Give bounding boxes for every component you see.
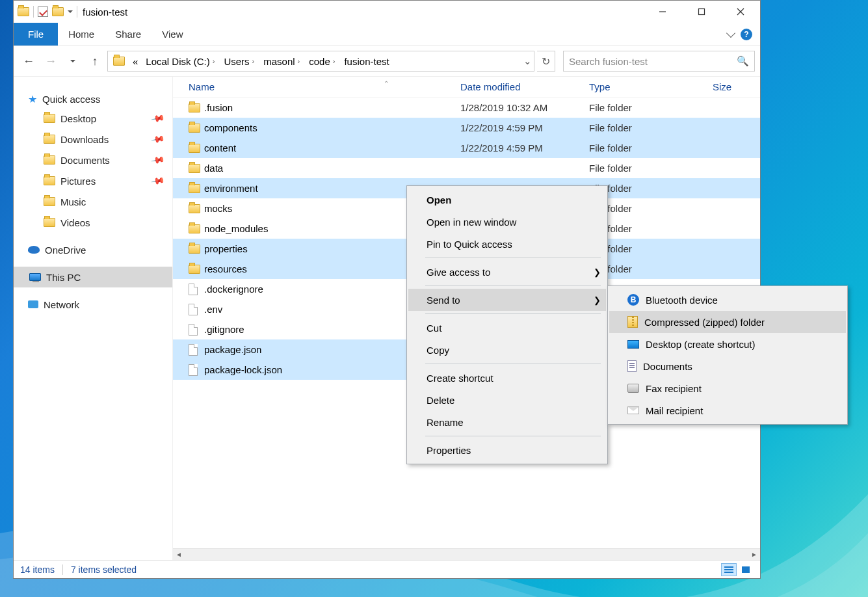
ctx-create-shortcut[interactable]: Create shortcut [408, 367, 606, 389]
breadcrumb-seg[interactable]: code› [306, 51, 339, 71]
minimize-button[interactable] [643, 1, 682, 23]
recent-dropdown-icon[interactable] [63, 51, 83, 71]
col-name[interactable]: Name⌃ [189, 81, 460, 92]
col-date[interactable]: Date modified [460, 81, 589, 92]
cloud-icon [28, 246, 40, 254]
file-icon [189, 284, 198, 295]
nav-item-pictures[interactable]: Pictures📌 [14, 170, 172, 191]
sendto-documents[interactable]: Documents [609, 355, 846, 377]
pc-icon [29, 273, 41, 281]
col-size[interactable]: Size [713, 81, 760, 92]
maximize-button[interactable] [682, 1, 721, 23]
folder-icon [189, 204, 200, 213]
breadcrumb-prefix[interactable]: « [130, 51, 140, 71]
breadcrumb-seg[interactable]: Users› [221, 51, 258, 71]
view-details-button[interactable] [721, 563, 737, 576]
file-name: data [204, 163, 460, 174]
file-name: components [204, 122, 460, 133]
file-row[interactable]: dataFile folder [173, 158, 760, 178]
file-row[interactable]: components1/22/2019 4:59 PMFile folder [173, 118, 760, 138]
navigation-bar: ← → ↑ « Local Disk (C:)› Users› masonl› … [14, 46, 760, 76]
horizontal-scrollbar[interactable]: ◄ ► [173, 548, 760, 560]
close-button[interactable] [721, 1, 760, 23]
file-row[interactable]: .fusion1/28/2019 10:32 AMFile folder [173, 98, 760, 118]
pin-icon: 📌 [150, 153, 165, 168]
qat-newfolder-icon[interactable] [52, 7, 64, 16]
ctx-send-to[interactable]: Send to❯ [408, 289, 606, 311]
file-type: File folder [589, 122, 713, 133]
ctx-give-access-to[interactable]: Give access to❯ [408, 261, 606, 283]
svg-rect-1 [699, 9, 705, 15]
sendto-desktop-shortcut[interactable]: Desktop (create shortcut) [609, 333, 846, 355]
svg-rect-6 [724, 572, 733, 573]
nav-quick-access[interactable]: ★Quick access [14, 90, 172, 108]
up-button[interactable]: ↑ [85, 51, 105, 71]
help-icon[interactable]: ? [741, 29, 752, 40]
nav-network[interactable]: Network [14, 295, 172, 313]
ctx-copy[interactable]: Copy [408, 339, 606, 361]
ctx-rename[interactable]: Rename [408, 411, 606, 433]
separator [425, 258, 601, 258]
file-name: content [204, 142, 460, 153]
sendto-fax[interactable]: Fax recipient [609, 377, 846, 399]
network-icon [28, 300, 38, 308]
folder-icon [189, 124, 200, 133]
address-bar[interactable]: « Local Disk (C:)› Users› masonl› code› … [107, 51, 534, 72]
separator [425, 285, 601, 286]
qat-properties-icon[interactable] [38, 7, 48, 17]
breadcrumb-seg[interactable]: masonl› [261, 51, 304, 71]
breadcrumb-seg[interactable]: Local Disk (C:)› [143, 51, 218, 71]
context-menu: Open Open in new window Pin to Quick acc… [406, 185, 608, 464]
send-to-submenu: BBluetooth device Compressed (zipped) fo… [607, 285, 848, 425]
nav-item-videos[interactable]: Videos [14, 212, 172, 233]
window-title: fusion-test [77, 7, 127, 18]
ctx-delete[interactable]: Delete [408, 389, 606, 411]
ctx-open[interactable]: Open [408, 189, 606, 211]
tab-file[interactable]: File [14, 23, 58, 46]
scroll-right-icon[interactable]: ► [748, 549, 760, 560]
file-type: File folder [589, 142, 713, 153]
search-icon: 🔍 [737, 55, 749, 67]
qat-dropdown-icon[interactable] [68, 10, 73, 13]
search-input[interactable]: Search fusion-test 🔍 [563, 51, 755, 72]
col-type[interactable]: Type [589, 81, 713, 92]
breadcrumb-seg[interactable]: fusion-test [341, 51, 391, 71]
folder-icon [44, 135, 55, 144]
folder-icon [44, 197, 55, 206]
view-large-icons-button[interactable] [738, 563, 754, 576]
sendto-mail[interactable]: Mail recipient [609, 399, 846, 421]
file-icon [189, 324, 198, 336]
star-icon: ★ [28, 93, 37, 105]
mail-icon [627, 406, 639, 414]
nav-item-downloads[interactable]: Downloads📌 [14, 129, 172, 150]
folder-icon [189, 224, 200, 233]
nav-item-documents[interactable]: Documents📌 [14, 150, 172, 170]
tab-home[interactable]: Home [58, 23, 105, 46]
scroll-left-icon[interactable]: ◄ [173, 549, 185, 560]
file-date: 1/28/2019 10:32 AM [460, 102, 589, 113]
ctx-open-new-window[interactable]: Open in new window [408, 211, 606, 233]
folder-icon [189, 103, 200, 113]
refresh-button[interactable]: ↻ [537, 51, 555, 72]
tab-share[interactable]: Share [105, 23, 151, 46]
file-date: 1/22/2019 4:59 PM [460, 142, 589, 153]
separator [425, 364, 601, 364]
address-dropdown-icon[interactable]: ⌄ [521, 55, 534, 67]
folder-icon [189, 245, 200, 254]
sendto-bluetooth[interactable]: BBluetooth device [609, 289, 846, 311]
nav-this-pc[interactable]: This PC [14, 267, 172, 287]
back-button[interactable]: ← [19, 51, 38, 71]
bluetooth-icon: B [627, 294, 639, 306]
ctx-cut[interactable]: Cut [408, 317, 606, 339]
file-row[interactable]: content1/22/2019 4:59 PMFile folder [173, 138, 760, 158]
sendto-compressed[interactable]: Compressed (zipped) folder [609, 311, 846, 333]
ctx-pin-quick-access[interactable]: Pin to Quick access [408, 233, 606, 255]
nav-item-desktop[interactable]: Desktop📌 [14, 108, 172, 129]
separator [425, 436, 601, 436]
ribbon-expand-icon[interactable] [726, 28, 735, 37]
nav-item-music[interactable]: Music [14, 191, 172, 212]
forward-button[interactable]: → [41, 51, 60, 71]
nav-onedrive[interactable]: OneDrive [14, 241, 172, 259]
tab-view[interactable]: View [151, 23, 193, 46]
ctx-properties[interactable]: Properties [408, 439, 606, 461]
